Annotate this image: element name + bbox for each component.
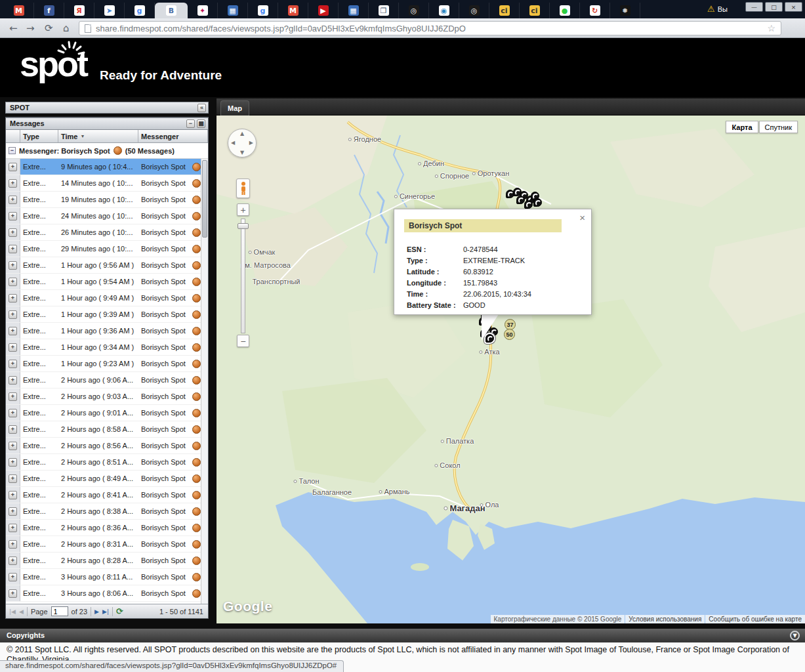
- close-button[interactable]: ×: [785, 2, 802, 12]
- refresh-button[interactable]: ⟳: [116, 606, 123, 616]
- scrollbar-thumb[interactable]: [202, 160, 207, 238]
- map-canvas[interactable]: ЯгодноеДебинСпорноеОротуканСинегорьеОмча…: [217, 116, 805, 623]
- map-type-map-button[interactable]: Карта: [726, 121, 758, 133]
- scrollbar[interactable]: [201, 159, 208, 604]
- message-row[interactable]: +Extre...2 Hours ago ( 8:51 A...Borisych…: [6, 454, 208, 471]
- zoom-out-button[interactable]: −: [237, 335, 249, 347]
- column-header-time[interactable]: Time ▼: [58, 130, 138, 142]
- message-row[interactable]: +Extre...29 Minutes ago ( 10:...Borisych…: [6, 241, 208, 257]
- tab-map[interactable]: Map: [220, 100, 249, 116]
- home-button[interactable]: ⌂: [63, 22, 70, 34]
- expand-row-button[interactable]: +: [9, 409, 17, 417]
- bookmark-star-icon[interactable]: ☆: [767, 23, 775, 33]
- browser-tab-dark-gem[interactable]: ✹: [610, 3, 640, 18]
- message-row[interactable]: +Extre...2 Hours ago ( 8:41 A...Borisych…: [6, 487, 208, 503]
- messages-menu-button[interactable]: ▦: [197, 119, 205, 128]
- collapse-sidebar-button[interactable]: «: [197, 104, 206, 112]
- attribution-link[interactable]: Сообщить об ошибке на карте: [705, 615, 805, 623]
- message-row[interactable]: +Extre...2 Hours ago ( 8:58 A...Borisych…: [6, 421, 208, 438]
- pan-down-icon[interactable]: ▼: [240, 150, 244, 156]
- collapse-group-icon[interactable]: −: [9, 147, 16, 154]
- expand-row-button[interactable]: +: [9, 573, 17, 581]
- message-row[interactable]: +Extre...3 Hours ago ( 8:06 A...Borisych…: [6, 585, 208, 602]
- message-row[interactable]: +Extre...2 Hours ago ( 8:28 A...Borisych…: [6, 553, 208, 569]
- browser-tab-dark-circle-2[interactable]: ◎: [459, 3, 489, 18]
- expand-row-button[interactable]: +: [9, 442, 17, 450]
- expand-row-button[interactable]: +: [9, 179, 17, 188]
- first-page-button[interactable]: |◀: [9, 608, 16, 615]
- message-row[interactable]: +Extre...2 Hours ago ( 8:56 A...Borisych…: [6, 438, 208, 454]
- message-row[interactable]: +Extre...2 Hours ago ( 9:06 A...Borisych…: [6, 372, 208, 388]
- last-page-button[interactable]: ▶|: [102, 608, 109, 615]
- message-row[interactable]: +Extre...1 Hour ago ( 9:56 AM )Borisych …: [6, 257, 208, 274]
- message-row[interactable]: +Extre...26 Minutes ago ( 10:...Borisych…: [6, 224, 208, 241]
- page-number-input[interactable]: [51, 606, 68, 616]
- browser-tab-gmail-2[interactable]: M: [278, 3, 308, 18]
- message-row[interactable]: +Extre...14 Minutes ago ( 10:...Borisych…: [6, 175, 208, 192]
- expand-row-button[interactable]: +: [9, 327, 17, 335]
- close-infowindow-icon[interactable]: ×: [579, 212, 585, 223]
- expand-row-button[interactable]: +: [9, 474, 17, 483]
- message-row[interactable]: +Extre...2 Hours ago ( 8:36 A...Borisych…: [6, 520, 208, 536]
- pegman-control[interactable]: [236, 178, 250, 198]
- pan-left-icon[interactable]: ◀: [231, 140, 235, 146]
- browser-tab-gmail[interactable]: M: [4, 3, 34, 18]
- zoom-in-button[interactable]: +: [237, 203, 249, 216]
- browser-tab-google[interactable]: g: [125, 3, 155, 18]
- message-row[interactable]: +Extre...1 Hour ago ( 9:49 AM )Borisych …: [6, 290, 208, 306]
- expand-row-button[interactable]: +: [9, 310, 17, 319]
- expand-row-button[interactable]: +: [9, 507, 17, 516]
- expand-row-button[interactable]: +: [9, 360, 17, 368]
- message-row[interactable]: +Extre...24 Minutes ago ( 10:...Borisych…: [6, 208, 208, 224]
- message-row[interactable]: +Extre...2 Hours ago ( 9:03 A...Borisych…: [6, 388, 208, 405]
- message-row[interactable]: +Extre...3 Hours ago ( 8:11 A...Borisych…: [6, 569, 208, 585]
- maximize-button[interactable]: □: [765, 2, 783, 12]
- expand-row-button[interactable]: +: [9, 425, 17, 434]
- message-row[interactable]: +Extre...1 Hour ago ( 9:34 AM )Borisych …: [6, 339, 208, 356]
- message-row[interactable]: +Extre...1 Hour ago ( 9:36 AM )Borisych …: [6, 323, 208, 339]
- expand-row-button[interactable]: +: [9, 458, 17, 467]
- expand-row-button[interactable]: +: [9, 524, 17, 532]
- back-button[interactable]: ←: [9, 22, 18, 34]
- browser-tab-blue-grid-2[interactable]: ▦: [339, 3, 369, 18]
- message-row[interactable]: +Extre...1 Hour ago ( 9:54 AM )Borisych …: [6, 274, 208, 290]
- expand-row-button[interactable]: +: [9, 376, 17, 385]
- column-header-type[interactable]: Type: [20, 130, 58, 142]
- browser-tab-findmespot-page[interactable]: B: [155, 3, 188, 18]
- browser-tab-globe[interactable]: ◉: [429, 3, 459, 18]
- notification-warning[interactable]: ⚠ Вы: [707, 4, 728, 14]
- prev-page-button[interactable]: ◀: [19, 608, 24, 615]
- minimize-button[interactable]: —: [745, 2, 763, 12]
- browser-tab-google-2[interactable]: g: [248, 3, 278, 18]
- expand-row-button[interactable]: +: [9, 278, 17, 286]
- message-row[interactable]: +Extre...1 Hour ago ( 9:23 AM )Borisych …: [6, 356, 208, 372]
- expand-row-button[interactable]: +: [9, 392, 17, 401]
- expand-row-button[interactable]: +: [9, 261, 17, 270]
- expand-row-button[interactable]: +: [9, 343, 17, 352]
- expand-row-button[interactable]: +: [9, 556, 17, 565]
- expand-row-button[interactable]: +: [9, 589, 17, 598]
- browser-tab-facebook[interactable]: f: [34, 3, 64, 18]
- browser-tab-dark-circle[interactable]: ◎: [399, 3, 429, 18]
- browser-tab-yandex[interactable]: Я: [64, 3, 94, 18]
- expand-row-button[interactable]: +: [9, 228, 17, 237]
- track-point-marker[interactable]: [524, 200, 533, 209]
- message-row[interactable]: +Extre...2 Hours ago ( 9:01 A...Borisych…: [6, 405, 208, 421]
- message-row[interactable]: +Extre...19 Minutes ago ( 10:...Borisych…: [6, 192, 208, 208]
- track-point-marker[interactable]: [516, 196, 525, 204]
- zoom-slider[interactable]: [241, 219, 245, 333]
- expand-row-button[interactable]: +: [9, 212, 17, 220]
- browser-tab-red-spinner[interactable]: ↻: [580, 3, 610, 18]
- message-row[interactable]: +Extre...2 Hours ago ( 8:49 A...Borisych…: [6, 471, 208, 487]
- expand-row-button[interactable]: +: [9, 245, 17, 253]
- browser-tab-window-doc[interactable]: ❐: [369, 3, 399, 18]
- expand-row-button[interactable]: +: [9, 196, 17, 204]
- expand-row-button[interactable]: +: [9, 294, 17, 303]
- message-row[interactable]: +Extre...2 Hours ago ( 8:38 A...Borisych…: [6, 503, 208, 520]
- message-row[interactable]: +Extre...1 Hour ago ( 9:39 AM )Borisych …: [6, 306, 208, 323]
- reload-button[interactable]: ⟳: [45, 22, 53, 34]
- pan-up-icon[interactable]: ▲: [240, 131, 244, 136]
- expand-row-button[interactable]: +: [9, 491, 17, 499]
- column-header-messenger[interactable]: Messenger: [138, 130, 208, 142]
- browser-tab-car-info[interactable]: ci: [489, 3, 520, 18]
